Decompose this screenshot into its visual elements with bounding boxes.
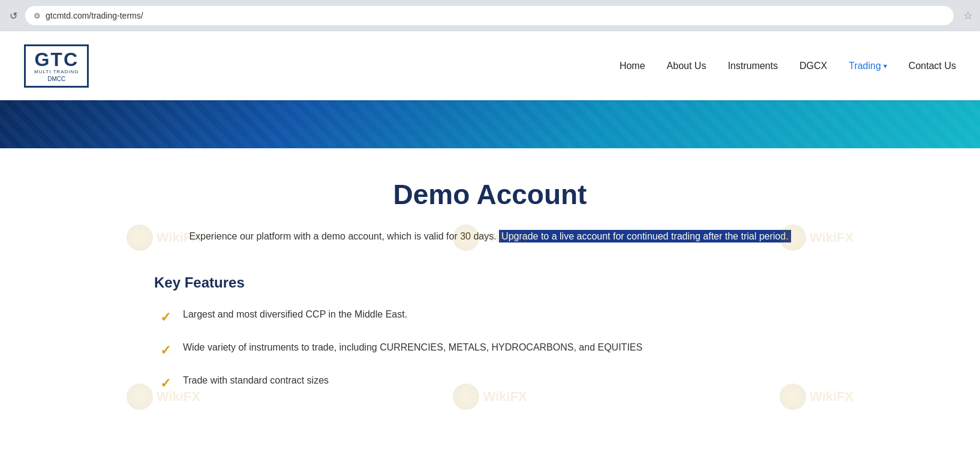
logo-sub-text: MULTI TRADING (34, 69, 79, 74)
feature-text-1: Largest and most diversified CCP in the … (183, 309, 407, 320)
nav-item-instruments[interactable]: Instruments (728, 61, 778, 71)
navbar: GTC MULTI TRADING DMCC Home About Us Ins… (0, 31, 980, 100)
main-content: Demo Account Experience our platform wit… (130, 148, 850, 427)
nav-item-dgcx[interactable]: DGCX (799, 61, 827, 71)
logo-gtc-text: GTC (34, 50, 79, 69)
checkmark-icon-2: ✓ (160, 343, 171, 358)
feature-text-2: Wide variety of instruments to trade, in… (183, 342, 642, 353)
trading-chevron-icon: ▾ (883, 62, 887, 70)
nav-links: Home About Us Instruments DGCX Trading ▾… (620, 61, 956, 71)
nav-item-contact[interactable]: Contact Us (909, 61, 956, 71)
browser-chrome: ↺ ⚙ gtcmtd.com/trading-terms/ ☆ (0, 0, 980, 31)
nav-item-trading[interactable]: Trading ▾ (849, 61, 887, 71)
intro-highlight-text: Upgrade to a live account for continued … (499, 230, 791, 243)
checkmark-icon-3: ✓ (160, 376, 171, 391)
key-features-heading: Key Features (154, 274, 826, 291)
checkmark-icon-1: ✓ (160, 310, 171, 325)
nav-link-about[interactable]: About Us (667, 61, 707, 71)
nav-link-trading[interactable]: Trading ▾ (849, 61, 887, 71)
lock-icon: ⚙ (34, 11, 41, 20)
feature-text-3: Trade with standard contract sizes (183, 375, 329, 386)
nav-link-dgcx[interactable]: DGCX (799, 61, 827, 71)
hero-banner (0, 100, 980, 148)
features-list: ✓ Largest and most diversified CCP in th… (154, 309, 826, 391)
nav-item-home[interactable]: Home (620, 61, 645, 71)
feature-item-1: ✓ Largest and most diversified CCP in th… (160, 309, 826, 325)
intro-paragraph: Experience our platform with a demo acco… (154, 229, 826, 244)
address-bar[interactable]: ⚙ gtcmtd.com/trading-terms/ (25, 6, 954, 25)
feature-item-2: ✓ Wide variety of instruments to trade, … (160, 342, 826, 358)
page-title: Demo Account (154, 178, 826, 211)
bookmark-star-icon[interactable]: ☆ (963, 9, 973, 22)
nav-link-instruments[interactable]: Instruments (728, 61, 778, 71)
reload-button[interactable]: ↺ (7, 10, 19, 22)
nav-item-about[interactable]: About Us (667, 61, 707, 71)
feature-item-3: ✓ Trade with standard contract sizes (160, 375, 826, 391)
nav-link-contact[interactable]: Contact Us (909, 61, 956, 71)
logo-dmcc-text: DMCC (47, 76, 65, 82)
logo[interactable]: GTC MULTI TRADING DMCC (24, 44, 89, 88)
intro-normal-text: Experience our platform with a demo acco… (189, 231, 496, 241)
url-text: gtcmtd.com/trading-terms/ (46, 11, 143, 20)
nav-link-home[interactable]: Home (620, 61, 645, 71)
